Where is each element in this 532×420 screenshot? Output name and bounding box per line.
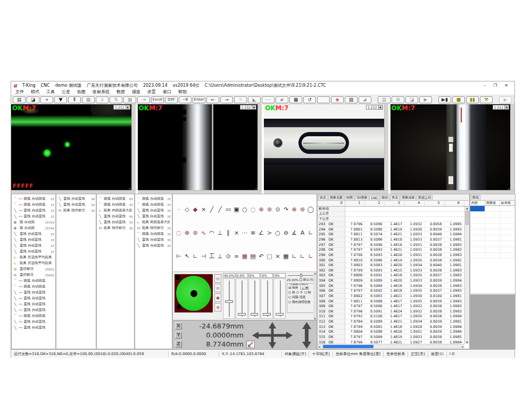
list-item[interactable]: ⌒ *** 圆弧 自动圆弧 15 xyxy=(12,202,55,208)
table-row[interactable]: 304OK 7.8809 8.5089 1.4820 1.0933 0.8039… xyxy=(318,278,464,284)
radio-coarse[interactable] xyxy=(288,291,291,294)
table-tab[interactable]: 数据上传 xyxy=(417,195,433,200)
toolbar-button[interactable]: ⇅ xyxy=(110,96,122,103)
table-row[interactable]: 313OK 7.8799 8.5081 1.4818 1.0928 0.8039… xyxy=(318,324,464,330)
measure-tool-icon[interactable]: ≻ xyxy=(266,229,273,236)
table-row[interactable]: 303OK 7.8806 8.5091 1.4818 1.0935 0.8037… xyxy=(318,273,464,278)
ring-light-joystick[interactable] xyxy=(174,274,213,312)
table-vscrollbar[interactable]: ▲▼ xyxy=(464,207,469,344)
measure-tool-icon[interactable]: ⊢ xyxy=(175,253,182,260)
list-item[interactable]: ╲ *** 直线 自动直线 xyxy=(12,325,55,331)
table-row[interactable]: 302OK 7.8799 8.5093 1.4815 1.0933 0.8038… xyxy=(318,268,464,274)
table-tab[interactable]: CNC xyxy=(369,195,379,200)
channel-select[interactable]: 1▼ xyxy=(301,286,309,290)
camera-panel-2[interactable]: OKM:7 1-232▼ ⌟ xyxy=(138,104,262,194)
table-tab[interactable]: 3D测量 xyxy=(355,195,369,200)
measure-tool-icon[interactable]: ∟ xyxy=(307,229,314,236)
table-row[interactable]: 308OK 7.8811 8.5088 1.4817 1.0935 0.8039… xyxy=(318,299,464,304)
camera-1-zoom-select[interactable]: 1-212▼ xyxy=(113,105,130,110)
table-row[interactable]: 314OK 7.8804 8.5088 1.4820 1.0931 0.8039… xyxy=(318,330,464,335)
camera-3-vscrollbar[interactable] xyxy=(384,104,388,190)
measure-tool-icon[interactable]: ∿ xyxy=(200,229,207,236)
toolbar-button[interactable]: ◪ xyxy=(27,96,39,103)
list-item[interactable]: H 距离 线性标注 35 xyxy=(135,225,172,231)
radio-medium[interactable] xyxy=(296,291,299,294)
toolbar-button[interactable]: ▤ xyxy=(13,96,26,103)
list-item[interactable]: ╲ 直线 自动直线 34 xyxy=(56,202,96,208)
menu-item[interactable]: 窗口 xyxy=(163,89,171,95)
resize-handle-icon[interactable]: ⌟ xyxy=(255,185,257,190)
toolbar-button[interactable]: ▦ xyxy=(82,96,95,103)
list-item[interactable]: ⌒ *** 圆弧 自动圆弧 xyxy=(12,284,55,290)
table-row[interactable]: 310OK 7.8796 8.5091 1.4824 1.0932 0.8038… xyxy=(318,309,464,315)
measure-tool-icon[interactable]: ⊥ xyxy=(217,253,224,260)
toolbar-button[interactable]: ■ xyxy=(452,96,465,103)
table-hscrollbar[interactable]: ◄► xyxy=(318,344,464,349)
light-mode-button[interactable]: ⊙ xyxy=(214,284,221,292)
intensity-slider-thumb[interactable] xyxy=(300,274,302,277)
toolbar-button[interactable]: ▶ xyxy=(419,96,432,103)
light-slider[interactable]: 0.0% xyxy=(236,273,248,319)
table-tab[interactable]: 测量元素 xyxy=(328,195,344,200)
list-item[interactable]: ⌒ *** 圆弧 自动圆弧 xyxy=(12,278,55,284)
measure-tool-icon[interactable]: ◯ xyxy=(307,206,314,213)
table-row[interactable]: 312OK 7.8784 8.5089 1.4821 1.0934 0.8039… xyxy=(318,319,464,325)
table-tab[interactable]: 绘图 xyxy=(345,195,354,200)
table-row[interactable]: 标准值 xyxy=(318,207,464,212)
light-slider[interactable]: 0% xyxy=(261,273,273,319)
toolbar-button[interactable]: DXF xyxy=(165,96,178,103)
camera-4-image[interactable]: OKM:7 1-212▼ ⌟ xyxy=(390,104,511,190)
table-row[interactable]: 316OK 7.8796 8.5077 1.4821 1.0927 0.8038… xyxy=(318,340,464,344)
list-item[interactable]: ╲ *** 直线 自动直线 15 xyxy=(12,208,55,213)
list-item[interactable]: ∟ 距离 两圆弧最大距离 xyxy=(135,219,172,225)
list-item[interactable]: ╲ *** 直线 自动直线 xyxy=(12,319,55,325)
menu-item[interactable]: 工具 xyxy=(46,89,55,95)
list-item[interactable]: ╲ 直线 自动直线 35 xyxy=(135,237,172,243)
table-row[interactable]: 306OK 7.8797 8.5092 1.4818 1.0935 0.8037… xyxy=(318,289,464,294)
camera-4-vscrollbar[interactable] xyxy=(510,104,514,190)
list-item[interactable]: ⊖ 直径标注 15801 xyxy=(12,266,55,272)
toolbar-button[interactable]: ⊞ xyxy=(392,96,404,103)
toolbar-button[interactable]: ▨ xyxy=(345,96,358,103)
light-slider-thumb[interactable] xyxy=(251,313,259,316)
table-row[interactable]: 298OK 7.8797 8.5093 1.4821 1.0931 0.8038… xyxy=(318,248,464,253)
measure-tool-icon[interactable]: × xyxy=(274,253,281,260)
light-slider-thumb[interactable] xyxy=(263,313,271,316)
measure-tool-icon[interactable]: ∟ xyxy=(290,253,298,260)
status-speed[interactable]: 速度(1) xyxy=(428,351,446,357)
table-row[interactable]: 上公差 xyxy=(318,212,464,217)
light-slider[interactable]: 0% xyxy=(248,273,261,319)
menu-item[interactable]: 捕捉 xyxy=(132,89,140,95)
camera-2-zoom-select[interactable]: 1-232▼ xyxy=(240,105,256,110)
toolbar-button[interactable]: ▩ xyxy=(289,96,302,103)
selected-cell[interactable] xyxy=(470,206,485,211)
list-item[interactable]: ⊕ 圆 自动圆 15793 xyxy=(12,219,55,225)
toolbar-button[interactable]: ▤ xyxy=(513,96,514,103)
table-tab[interactable]: 状态 xyxy=(318,195,328,200)
list-item[interactable]: ⌒ 圆弧 自动圆弧 65 xyxy=(97,196,134,202)
table-row[interactable]: 296OK 7.8813 8.5086 1.4818 1.0933 0.8037… xyxy=(318,237,464,243)
list-item[interactable]: ╲ 直线 自动直线 15 xyxy=(12,249,55,254)
measure-tool-icon[interactable]: ⊕ xyxy=(290,206,298,213)
light-slider-track[interactable] xyxy=(236,278,248,319)
menu-item[interactable]: 模式 xyxy=(31,89,39,95)
measure-tool-icon[interactable]: ⊙ xyxy=(225,253,232,260)
camera-3-zoom-select[interactable]: 1-212▼ xyxy=(366,105,383,110)
light-slider-thumb[interactable] xyxy=(225,300,233,303)
close-button[interactable]: ✕ xyxy=(504,83,508,88)
menu-item[interactable]: 文件 xyxy=(15,89,24,95)
measure-tool-icon[interactable]: ◠ xyxy=(208,229,215,236)
measure-tool-icon[interactable]: ◇ xyxy=(184,206,191,213)
table-row[interactable]: 309OK 7.8797 8.5090 1.4817 1.0932 0.8038… xyxy=(318,304,464,309)
list-item[interactable]: ╲ 直线 自动直线 15 xyxy=(12,237,55,243)
intensity-slider[interactable] xyxy=(287,273,317,277)
measure-tool-icon[interactable]: ∡ xyxy=(290,229,298,236)
list-item[interactable]: ╲ 直线 自动直线 15 xyxy=(12,231,55,237)
list-item[interactable]: H 距离 线性标注 65 xyxy=(97,225,134,231)
list-item[interactable]: ∟ 距离 所选线平均距离 xyxy=(12,260,55,266)
table-row[interactable]: 297OK 7.8797 8.5090 1.4818 1.0931 0.8038… xyxy=(318,242,464,248)
list-item[interactable]: ╲ *** 直线 自动直线 xyxy=(12,301,55,307)
list-item[interactable]: ⊕ 圆 自动圆 15794 xyxy=(12,225,55,231)
table-row[interactable]: 300OK 7.8810 8.5086 1.4819 1.0935 0.8038… xyxy=(318,258,464,263)
toolbar-button[interactable]: ☼ xyxy=(234,96,247,103)
